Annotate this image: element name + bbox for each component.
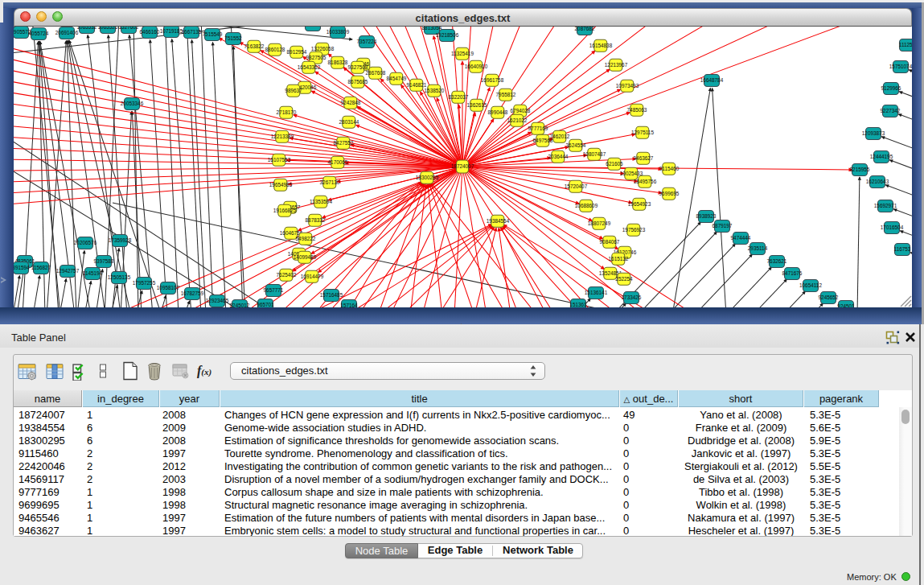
svg-text:924501: 924501	[837, 303, 855, 307]
svg-text:8454749: 8454749	[387, 76, 407, 81]
svg-text:6794028: 6794028	[511, 108, 531, 113]
svg-text:13226058: 13226058	[311, 46, 335, 51]
svg-text:15136141: 15136141	[585, 290, 608, 295]
svg-text:19654923: 19654923	[628, 201, 651, 207]
svg-text:9397588: 9397588	[94, 258, 114, 264]
svg-text:9327508: 9327508	[348, 64, 368, 70]
svg-text:12093873: 12093873	[862, 130, 885, 136]
svg-text:9129966: 9129966	[881, 85, 901, 91]
svg-text:17359928: 17359928	[109, 237, 132, 243]
svg-text:18807249: 18807249	[588, 220, 611, 226]
svg-text:8186328: 8186328	[328, 60, 348, 65]
svg-text:11353594: 11353594	[310, 199, 332, 204]
svg-text:18495756: 18495756	[634, 179, 657, 184]
svg-text:1621022: 1621022	[507, 117, 528, 123]
svg-text:18300295: 18300295	[416, 175, 439, 180]
svg-text:2718170: 2718170	[277, 109, 297, 115]
svg-text:20206576: 20206576	[74, 240, 97, 245]
svg-text:1065526: 1065526	[98, 27, 118, 30]
svg-text:10973493: 10973493	[616, 83, 639, 89]
svg-text:1538520: 1538520	[425, 88, 445, 93]
svg-text:8322037: 8322037	[449, 94, 469, 100]
svg-text:3267130: 3267130	[320, 179, 340, 185]
svg-text:16543362: 16543362	[298, 64, 321, 70]
svg-text:2087682: 2087682	[575, 27, 595, 31]
svg-text:16033809: 16033809	[326, 29, 350, 35]
svg-text:9084067: 9084067	[600, 239, 620, 245]
svg-text:111256: 111256	[899, 42, 912, 47]
svg-text:9227342: 9227342	[881, 108, 901, 113]
svg-text:7462012: 7462012	[550, 134, 570, 139]
svg-text:8215955: 8215955	[850, 167, 870, 172]
svg-text:15720407: 15720407	[565, 183, 588, 189]
svg-text:12213967: 12213967	[605, 62, 628, 68]
svg-text:16154838: 16154838	[589, 43, 613, 48]
svg-text:10025433: 10025433	[620, 171, 643, 176]
svg-text:8813054: 8813054	[422, 27, 442, 31]
svg-text:16914479: 16914479	[301, 274, 324, 279]
svg-text:16210643: 16210643	[866, 179, 889, 184]
svg-text:14099489: 14099489	[294, 254, 317, 260]
svg-text:2935114: 2935114	[748, 245, 768, 251]
svg-text:7163822: 7163822	[244, 43, 265, 49]
svg-text:9699695: 9699695	[659, 191, 680, 196]
svg-text:9777169: 9777169	[528, 126, 548, 131]
svg-text:19218506: 19218506	[436, 32, 459, 38]
svg-text:12923465: 12923465	[206, 298, 229, 303]
svg-text:17016504: 17016504	[881, 225, 904, 230]
svg-text:1065532: 1065532	[77, 27, 97, 30]
svg-text:4170065: 4170065	[328, 159, 348, 165]
svg-text:10719185: 10719185	[160, 28, 183, 34]
svg-text:7357224: 7357224	[357, 39, 377, 44]
svg-text:1362615: 1362615	[467, 102, 487, 108]
svg-text:11325419: 11325419	[451, 51, 474, 56]
svg-text:12942757: 12942757	[56, 268, 80, 274]
svg-text:19384554: 19384554	[487, 218, 510, 224]
svg-text:8860128: 8860128	[265, 47, 285, 52]
svg-text:391594: 391594	[14, 265, 30, 270]
svg-text:16640910: 16640910	[465, 64, 488, 69]
svg-text:3624554: 3624554	[566, 142, 586, 148]
svg-text:116753: 116753	[894, 246, 911, 252]
svg-text:16648784: 16648784	[700, 77, 724, 83]
svg-text:16782759: 16782759	[181, 290, 204, 296]
svg-text:20053346: 20053346	[121, 101, 144, 106]
svg-text:160338: 160338	[304, 27, 322, 27]
svg-text:6879197: 6879197	[713, 223, 733, 229]
svg-text:1145194: 1145194	[83, 270, 103, 276]
svg-text:20691406: 20691406	[55, 30, 79, 35]
svg-text:9827505: 9827505	[306, 55, 326, 60]
svg-text:1733426: 1733426	[622, 295, 642, 300]
svg-text:7632621: 7632621	[767, 258, 787, 264]
svg-text:751552: 751552	[224, 35, 242, 41]
svg-text:8878332: 8878332	[306, 217, 326, 223]
svg-text:8471676: 8471676	[782, 270, 803, 276]
svg-text:12213389: 12213389	[271, 134, 294, 139]
svg-text:1615132: 1615132	[609, 256, 629, 262]
svg-text:157164: 157164	[340, 303, 358, 307]
svg-text:12444195: 12444195	[870, 154, 893, 159]
svg-text:8675685: 8675685	[348, 79, 368, 84]
svg-text:16107553: 16107553	[268, 157, 291, 163]
svg-text:9657771: 9657771	[264, 287, 284, 293]
svg-text:8912954: 8912954	[287, 49, 307, 55]
svg-text:10688609: 10688609	[575, 203, 598, 208]
svg-text:1667135: 1667135	[182, 29, 202, 35]
svg-text:9242848: 9242848	[341, 100, 361, 105]
svg-text:7485063: 7485063	[627, 107, 647, 113]
svg-text:151361: 151361	[569, 302, 587, 307]
svg-text:7515549: 7515549	[203, 31, 223, 37]
svg-text:19654985: 19654985	[269, 182, 293, 187]
svg-text:9245012: 9245012	[230, 303, 250, 307]
svg-text:19756923: 19756923	[622, 227, 646, 233]
svg-text:10958107: 10958107	[157, 285, 180, 290]
svg-text:9463627: 9463627	[634, 155, 654, 161]
svg-text:9474444: 9474444	[731, 235, 751, 241]
svg-text:2803144: 2803144	[339, 119, 359, 125]
svg-text:18724007: 18724007	[451, 163, 474, 169]
svg-text:8938923: 8938923	[696, 213, 717, 219]
svg-text:1156827: 1156827	[31, 265, 51, 270]
svg-text:10654112: 10654112	[799, 282, 822, 288]
svg-text:621605: 621605	[606, 161, 623, 167]
svg-text:989637: 989637	[285, 88, 302, 93]
